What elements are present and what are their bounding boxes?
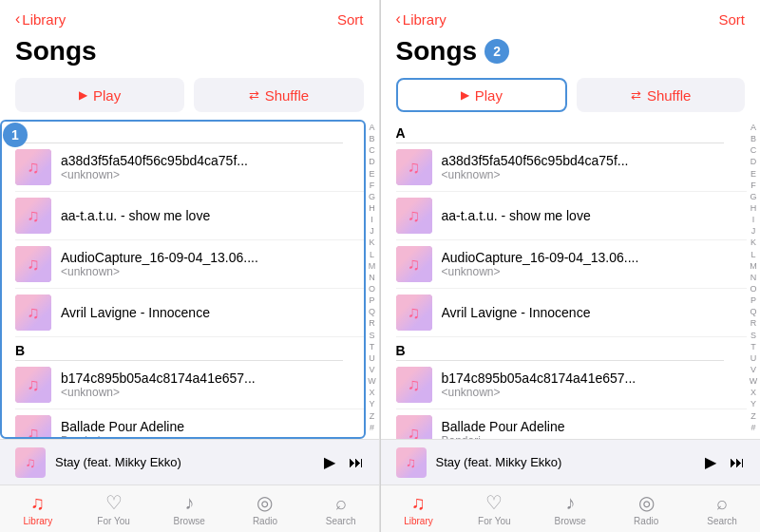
tab-search[interactable]: ⌕Search — [684, 492, 760, 526]
alpha-letter[interactable]: N — [750, 272, 757, 283]
step-badge-1: 1 — [3, 123, 28, 147]
sort-button[interactable]: Sort — [337, 11, 364, 28]
alpha-letter[interactable]: # — [750, 422, 755, 433]
action-buttons: ▶Play⇄Shuffle — [381, 74, 761, 120]
play-button[interactable]: ▶Play — [15, 78, 184, 112]
tab-radio[interactable]: ◎Radio — [227, 491, 303, 526]
radio-icon: ◎ — [256, 491, 273, 514]
for you-icon: ♡ — [105, 491, 123, 514]
now-playing-controls: ▶⏭ — [705, 453, 745, 471]
alpha-letter[interactable]: I — [370, 214, 373, 225]
alpha-letter[interactable]: I — [752, 214, 755, 225]
alpha-letter[interactable]: F — [370, 180, 375, 191]
list-item[interactable]: ♫a38d3f5fa540f56c95bd4ca75f...<unknown> — [15, 143, 366, 192]
alpha-letter[interactable]: W — [750, 375, 758, 387]
alpha-letter[interactable]: Y — [750, 398, 756, 409]
alpha-letter[interactable]: L — [370, 249, 374, 260]
alpha-letter[interactable]: W — [368, 375, 376, 387]
alpha-letter[interactable]: E — [369, 168, 374, 180]
list-item[interactable]: ♫AudioCapture_16-09-04_13.06....<unknown… — [396, 240, 748, 289]
shuffle-button[interactable]: ⇄Shuffle — [577, 78, 745, 112]
tab-for-you[interactable]: ♡For You — [456, 491, 532, 526]
list-item[interactable]: ♫a38d3f5fa540f56c95bd4ca75f...<unknown> — [396, 143, 748, 192]
music-note-icon: ♫ — [27, 303, 40, 323]
tab-browse[interactable]: ♪Browse — [151, 492, 227, 526]
now-playing-play-button[interactable]: ▶ — [324, 453, 335, 471]
list-item[interactable]: ♫Avril Lavigne - Innocence — [15, 289, 366, 337]
alpha-letter[interactable]: J — [751, 225, 756, 237]
list-item[interactable]: ♫AudioCapture_16-09-04_13.06....<unknown… — [15, 240, 366, 289]
alpha-letter[interactable]: E — [750, 168, 756, 180]
alpha-letter[interactable]: H — [750, 202, 757, 214]
tab-for-you[interactable]: ♡For You — [76, 491, 152, 526]
alpha-letter[interactable]: N — [369, 272, 375, 283]
alpha-letter[interactable]: M — [369, 260, 376, 272]
album-art: ♫ — [15, 415, 51, 439]
alpha-letter[interactable]: B — [369, 133, 374, 144]
alpha-letter[interactable]: K — [750, 237, 756, 248]
now-playing-bar[interactable]: ♫Stay (feat. Mikky Ekko)▶⏭ — [0, 439, 379, 484]
alpha-letter[interactable]: Y — [369, 398, 374, 409]
back-button[interactable]: ‹Library — [15, 10, 66, 28]
list-item[interactable]: ♫Avril Lavigne - Innocence — [396, 289, 748, 337]
alpha-letter[interactable]: C — [369, 144, 375, 156]
alpha-letter[interactable]: D — [750, 156, 757, 167]
alphabet-index[interactable]: ABCDEFGHIJKLMNOPQRSTUVWXYZ# — [747, 120, 760, 439]
alpha-letter[interactable]: P — [369, 294, 374, 306]
tab-browse[interactable]: ♪Browse — [532, 492, 608, 526]
panel-right: ‹LibrarySortSongs2▶Play⇄ShuffleA♫a38d3f5… — [381, 0, 761, 532]
alpha-letter[interactable]: Q — [750, 306, 756, 317]
alpha-letter[interactable]: J — [370, 225, 374, 237]
alpha-letter[interactable]: U — [369, 352, 375, 364]
alpha-letter[interactable]: U — [750, 352, 757, 364]
alpha-letter[interactable]: R — [750, 317, 757, 329]
sort-button[interactable]: Sort — [718, 11, 745, 28]
alpha-letter[interactable]: F — [750, 180, 756, 191]
alpha-letter[interactable]: P — [750, 294, 756, 306]
list-item[interactable]: ♫aa-t.a.t.u. - show me love — [15, 192, 366, 240]
alpha-letter[interactable]: S — [750, 330, 756, 341]
back-button[interactable]: ‹Library — [396, 10, 446, 28]
alpha-letter[interactable]: K — [369, 237, 374, 248]
now-playing-bar[interactable]: ♫Stay (feat. Mikky Ekko)▶⏭ — [381, 439, 761, 484]
list-item[interactable]: ♫Ballade Pour AdelineBandari — [396, 409, 748, 439]
alpha-letter[interactable]: H — [369, 202, 375, 214]
tab-radio[interactable]: ◎Radio — [608, 491, 684, 526]
tab-library[interactable]: ♫Library — [381, 492, 457, 526]
alpha-letter[interactable]: G — [750, 191, 756, 202]
now-playing-skip-button[interactable]: ⏭ — [730, 454, 745, 471]
alpha-letter[interactable]: C — [750, 144, 757, 156]
shuffle-button[interactable]: ⇄Shuffle — [194, 78, 363, 112]
alpha-letter[interactable]: O — [750, 283, 756, 294]
alpha-letter[interactable]: # — [370, 422, 374, 433]
alpha-letter[interactable]: R — [369, 317, 375, 329]
alpha-letter[interactable]: L — [750, 249, 755, 260]
alpha-letter[interactable]: B — [750, 133, 756, 144]
alpha-letter[interactable]: X — [750, 387, 756, 398]
alpha-letter[interactable]: Q — [369, 306, 375, 317]
play-button[interactable]: ▶Play — [396, 78, 568, 112]
list-item[interactable]: ♫Ballade Pour AdelineBandari — [15, 409, 366, 439]
alpha-letter[interactable]: X — [369, 387, 374, 398]
alpha-letter[interactable]: Z — [750, 410, 756, 422]
alpha-letter[interactable]: V — [369, 364, 374, 375]
alphabet-index[interactable]: ABCDEFGHIJKLMNOPQRSTUVWXYZ# — [366, 120, 379, 439]
alpha-letter[interactable]: V — [750, 364, 756, 375]
alpha-letter[interactable]: G — [369, 191, 375, 202]
alpha-letter[interactable]: A — [750, 122, 756, 133]
alpha-letter[interactable]: S — [369, 330, 374, 341]
list-item[interactable]: ♫aa-t.a.t.u. - show me love — [396, 192, 748, 240]
now-playing-play-button[interactable]: ▶ — [705, 453, 716, 471]
alpha-letter[interactable]: Z — [370, 410, 375, 422]
alpha-letter[interactable]: D — [369, 156, 375, 167]
now-playing-skip-button[interactable]: ⏭ — [349, 454, 364, 471]
alpha-letter[interactable]: O — [369, 283, 375, 294]
alpha-letter[interactable]: T — [370, 341, 375, 352]
alpha-letter[interactable]: T — [750, 341, 756, 352]
tab-search[interactable]: ⌕Search — [303, 492, 379, 526]
alpha-letter[interactable]: M — [750, 260, 757, 272]
alpha-letter[interactable]: A — [369, 122, 374, 133]
list-item[interactable]: ♫b174c895b05a4c8174a41e657...<unknown> — [15, 361, 366, 409]
list-item[interactable]: ♫b174c895b05a4c8174a41e657...<unknown> — [396, 361, 748, 409]
tab-library[interactable]: ♫Library — [0, 492, 76, 526]
